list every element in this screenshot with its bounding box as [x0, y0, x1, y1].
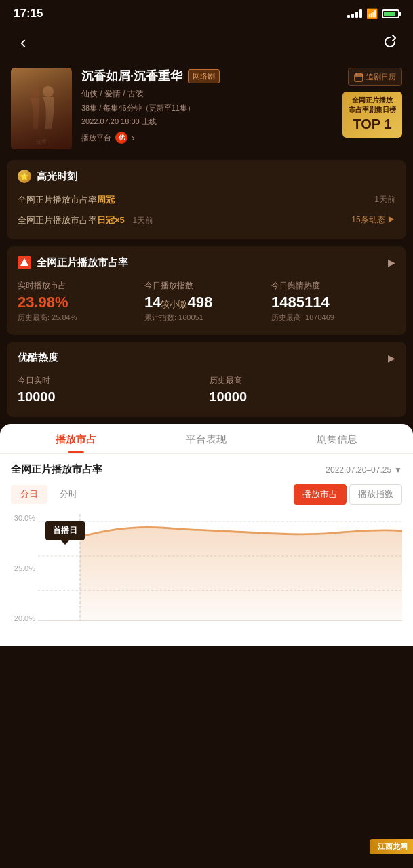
- watermark-text: 江西龙网: [378, 842, 408, 850]
- youku-section: 优酷热度 ▶ 今日实时 10000 历史最高 10000: [7, 342, 406, 417]
- highlight-more-link[interactable]: 15条动态 ▶: [351, 214, 395, 226]
- show-type-badge: 网络剧: [188, 69, 220, 83]
- highlight-item-1-time: 1天前: [374, 194, 395, 205]
- metric-today-index-sub: 累计指数: 160051: [144, 313, 269, 323]
- rank-badge: 全网正片播放市占率剧集日榜 TOP 1: [342, 92, 402, 138]
- status-icons: 📶: [347, 8, 399, 19]
- metric-today-index-value: 14较小嗷498: [144, 294, 269, 311]
- show-platform-row: 播放平台 优 ›: [81, 130, 333, 145]
- market-share-title: 全网正片播放市占率: [37, 256, 128, 269]
- youku-metrics: 今日实时 10000 历史最高 10000: [18, 372, 395, 408]
- watermark: 江西龙网: [370, 839, 413, 854]
- market-share-arrow-icon[interactable]: ▶: [388, 257, 395, 268]
- tab-episodes[interactable]: 剧集信息: [272, 424, 402, 453]
- svg-rect-4: [355, 74, 363, 81]
- platform-logo: 优: [115, 132, 127, 144]
- market-share-icon: [18, 256, 31, 269]
- highlight-item-2-text: 全网正片播放市占率日冠×5 1天前: [18, 214, 153, 227]
- rank-label: 全网正片播放市占率剧集日榜: [349, 96, 396, 113]
- wifi-icon: 📶: [366, 8, 378, 19]
- highlight-items: 全网正片播放市占率周冠 1天前 全网正片播放市占率日冠×5 1天前 15条动态 …: [18, 190, 395, 230]
- metric-realtime-sub: 历史最高: 25.84%: [18, 313, 142, 323]
- tab-platform[interactable]: 平台表现: [141, 424, 271, 453]
- rank-value: TOP 1: [348, 115, 397, 134]
- metric-realtime-share: 实时播放市占 23.98% 历史最高: 25.84%: [18, 277, 142, 326]
- date-range-selector[interactable]: 2022.07.20–07.25 ▼: [326, 465, 402, 475]
- youku-peak-label: 历史最高: [210, 375, 396, 387]
- status-bar: 17:15 📶: [0, 0, 413, 24]
- youku-realtime-value: 10000: [18, 389, 204, 405]
- date-range-value: 2022.07.20–07.25: [326, 465, 391, 475]
- show-actions: 追剧日历 全网正片播放市占率剧集日榜 TOP 1: [342, 68, 402, 138]
- youku-header: 优酷热度 ▶: [18, 351, 395, 364]
- filter-hourly-button[interactable]: 分时: [50, 485, 87, 504]
- chart-section: 全网正片播放市占率 2022.07.20–07.25 ▼ 分日 分时 播放市占 …: [0, 454, 413, 646]
- platform-arrow-icon: ›: [132, 130, 135, 145]
- chart-filters: 分日 分时 播放市占 播放指数: [11, 484, 402, 505]
- chart-svg: [38, 514, 402, 636]
- y-label-20: 20.0%: [11, 614, 35, 623]
- filter-market-share-button[interactable]: 播放市占: [294, 484, 347, 505]
- metric-sentiment-label: 今日舆情热度: [271, 280, 395, 292]
- track-calendar-button[interactable]: 追剧日历: [348, 68, 402, 86]
- back-button[interactable]: ‹: [11, 30, 35, 54]
- youku-arrow-icon[interactable]: ▶: [388, 353, 395, 363]
- filter-play-index-button[interactable]: 播放指数: [349, 484, 402, 505]
- filter-right: 播放市占 播放指数: [294, 484, 402, 505]
- chart-container: 30.0% 25.0% 20.0% 首播日: [11, 514, 402, 636]
- metrics-grid: 实时播放市占 23.98% 历史最高: 25.84% 今日播放指数 14较小嗷4…: [18, 277, 395, 326]
- youku-peak: 历史最高 10000: [210, 372, 396, 408]
- youku-title: 优酷热度: [18, 351, 58, 364]
- youku-peak-value: 10000: [210, 389, 396, 405]
- chart-title: 全网正片播放市占率: [11, 463, 102, 476]
- y-label-30: 30.0%: [11, 514, 35, 522]
- y-label-25: 25.0%: [11, 564, 35, 572]
- show-title-row: 沉香如屑·沉香重华 网络剧: [81, 68, 333, 84]
- refresh-button[interactable]: [378, 30, 402, 54]
- tab-market-share[interactable]: 播放市占: [11, 424, 141, 453]
- highlight-header: ⭐ 高光时刻: [18, 170, 395, 183]
- market-share-header: 全网正片播放市占率 ▶: [18, 256, 395, 269]
- platform-label: 播放平台: [81, 132, 111, 144]
- highlight-icon: ⭐: [18, 170, 31, 183]
- metric-today-index-label: 今日播放指数: [144, 280, 269, 292]
- date-range-arrow-icon: ▼: [394, 465, 402, 475]
- nav-bar: ‹: [0, 24, 413, 62]
- refresh-icon: [382, 35, 397, 50]
- bottom-tabs: 播放市占 平台表现 剧集信息: [0, 424, 413, 454]
- show-tags: 仙侠 / 爱情 / 古装: [81, 88, 333, 100]
- battery-icon: [382, 9, 399, 18]
- show-title: 沉香如屑·沉香重华: [81, 68, 182, 84]
- show-meta: 38集 / 每集46分钟（更新至11集） 2022.07.20 18:00 上线…: [81, 102, 333, 146]
- metric-realtime-value: 23.98%: [18, 294, 142, 311]
- highlight-item-1: 全网正片播放市占率周冠 1天前: [18, 190, 395, 210]
- calendar-icon: [354, 73, 363, 82]
- status-time: 17:15: [14, 7, 43, 20]
- filter-daily-button[interactable]: 分日: [11, 485, 47, 504]
- show-poster: 沉香: [11, 68, 72, 149]
- track-calendar-label: 追剧日历: [366, 72, 396, 82]
- bottom-panel: 播放市占 平台表现 剧集信息 全网正片播放市占率 2022.07.20–07.2…: [0, 424, 413, 646]
- market-share-title-row: 全网正片播放市占率: [18, 256, 128, 269]
- highlight-section: ⭐ 高光时刻 全网正片播放市占率周冠 1天前 全网正片播放市占率日冠×5 1天前…: [7, 160, 406, 239]
- youku-realtime-label: 今日实时: [18, 375, 204, 387]
- signal-icon: [347, 9, 362, 18]
- metric-sentiment-sub: 历史最高: 1878469: [271, 313, 395, 323]
- show-airdate: 2022.07.20 18:00 上线: [81, 116, 333, 128]
- svg-marker-8: [20, 258, 28, 266]
- highlight-item-2: 全网正片播放市占率日冠×5 1天前 15条动态 ▶: [18, 210, 395, 231]
- metric-sentiment: 今日舆情热度 1485114 历史最高: 1878469: [271, 277, 395, 326]
- market-share-section: 全网正片播放市占率 ▶ 实时播放市占 23.98% 历史最高: 25.84% 今…: [7, 246, 406, 335]
- show-header: 沉香 沉香如屑·沉香重华 网络剧 仙侠 / 爱情 / 古装 38集 / 每集46…: [0, 62, 413, 160]
- chart-header: 全网正片播放市占率 2022.07.20–07.25 ▼: [11, 463, 402, 476]
- show-episodes: 38集 / 每集46分钟（更新至11集）: [81, 102, 333, 115]
- highlight-item-1-text: 全网正片播放市占率周冠: [18, 193, 115, 207]
- chart-tooltip-firstday: 首播日: [45, 521, 85, 540]
- metric-today-index: 今日播放指数 14较小嗷498 累计指数: 160051: [144, 277, 269, 326]
- highlight-title: 高光时刻: [37, 170, 77, 183]
- metric-sentiment-value: 1485114: [271, 294, 395, 311]
- highlight-item-2-time: 1天前: [132, 216, 153, 225]
- y-axis-labels: 30.0% 25.0% 20.0%: [11, 514, 35, 636]
- filter-left: 分日 分时: [11, 485, 87, 504]
- youku-realtime: 今日实时 10000: [18, 372, 204, 408]
